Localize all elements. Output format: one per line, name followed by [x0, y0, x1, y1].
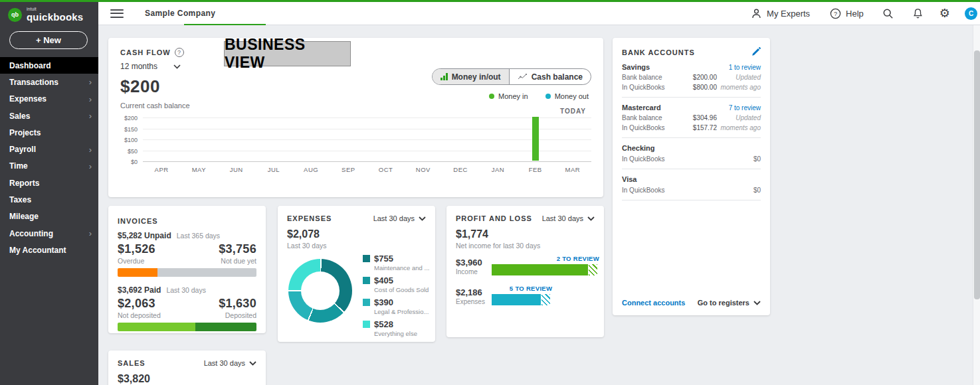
- savings-review-link[interactable]: 1 to review: [729, 64, 761, 71]
- sidebar-item-projects[interactable]: Projects: [0, 124, 98, 141]
- qb-logo-icon: qb: [8, 8, 22, 22]
- expenses-amount: $2,078: [287, 228, 426, 240]
- expenses-donut-chart[interactable]: [288, 259, 352, 323]
- invoices-card: INVOICES $5,282 Unpaid Last 365 days $1,…: [108, 206, 266, 333]
- legend-swatch: [363, 321, 370, 328]
- bank-accounts-title: BANK ACCOUNTS: [622, 48, 695, 56]
- expenses-review-link[interactable]: 5 TO REVIEW: [492, 285, 552, 292]
- line-chart-icon: [518, 73, 528, 80]
- income-bar[interactable]: [492, 264, 599, 275]
- bank-account-visa: Visa In QuickBooks$0: [622, 175, 761, 194]
- y-tick: $150: [124, 126, 138, 133]
- profit-and-loss-card: PROFIT AND LOSS Last 30 days $1,774 Net …: [446, 206, 604, 337]
- chevron-right-icon: ›: [89, 77, 92, 87]
- x-axis-labels: APRMAYJUNJULAUGSEPOCTNOVDECJANFEBMAR: [143, 166, 591, 173]
- my-experts-button[interactable]: My Experts: [751, 8, 810, 19]
- legend-swatch: [363, 299, 370, 306]
- business-view-label: BUSINESS VIEW: [224, 41, 351, 66]
- paid-invoices-bar[interactable]: [118, 323, 256, 331]
- vertical-scrollbar[interactable]: [973, 25, 980, 385]
- sidebar-item-mileage[interactable]: Mileage: [0, 208, 98, 225]
- money-in-out-tab[interactable]: Money in/out: [433, 69, 510, 84]
- expenses-period-dropdown[interactable]: Last 30 days: [373, 214, 426, 222]
- y-tick: $100: [124, 137, 138, 143]
- sidebar-nav: Dashboard Transactions› Expenses› Sales›…: [0, 57, 98, 259]
- expenses-title: EXPENSES: [287, 214, 332, 222]
- money-out-dot: [545, 94, 551, 99]
- search-icon[interactable]: [882, 8, 894, 19]
- brand-quickbooks-label: quickbooks: [27, 11, 83, 23]
- sales-period-dropdown[interactable]: Last 30 days: [204, 359, 256, 367]
- sales-amount: $3,820: [118, 373, 256, 385]
- sidebar-item-reports[interactable]: Reports: [0, 175, 98, 191]
- sales-title: SALES: [118, 359, 146, 367]
- sidebar: qb intuit quickbooks + New Dashboard Tra…: [0, 0, 98, 385]
- hamburger-menu-icon[interactable]: [110, 9, 124, 18]
- help-button[interactable]: ? Help: [830, 8, 864, 19]
- profit-loss-period-dropdown[interactable]: Last 30 days: [542, 214, 595, 222]
- unpaid-invoices-bar[interactable]: [118, 268, 256, 277]
- bank-account-savings: Savings 1 to review Bank balance$200.00U…: [622, 63, 761, 91]
- bank-accounts-card: BANK ACCOUNTS Savings 1 to review Bank b…: [613, 38, 770, 315]
- y-tick: $0: [131, 159, 138, 165]
- mastercard-review-link[interactable]: 7 to review: [729, 104, 761, 112]
- unpaid-bar-overdue: [118, 268, 157, 277]
- cash-flow-title: CASH FLOW: [120, 48, 171, 56]
- cash-flow-legend: Money in Money out: [489, 92, 589, 100]
- sidebar-item-payroll[interactable]: Payroll›: [0, 141, 98, 157]
- not-due-amount: $3,756: [219, 242, 256, 256]
- chevron-right-icon: ›: [89, 161, 92, 171]
- user-avatar[interactable]: C: [965, 7, 977, 20]
- deposited-amount: $1,630: [219, 297, 256, 311]
- cash-flow-card: CASH FLOW ? 12 months $200 Current cash …: [108, 38, 603, 197]
- svg-text:?: ?: [834, 10, 837, 17]
- go-to-registers-dropdown[interactable]: Go to registers: [698, 299, 761, 307]
- cash-balance-tab[interactable]: Cash balance: [510, 69, 591, 84]
- income-review-link[interactable]: 2 TO REVIEW: [492, 255, 599, 262]
- cash-flow-view-toggle: Money in/out Cash balance: [432, 68, 591, 85]
- chevron-right-icon: ›: [89, 94, 92, 104]
- quickbooks-dashboard: qb intuit quickbooks + New Dashboard Tra…: [0, 0, 980, 385]
- notifications-bell-icon[interactable]: [912, 8, 924, 19]
- expenses-legend: $755 Maintenance and ... $405 Cost of Go…: [363, 254, 429, 341]
- chevron-right-icon: ›: [89, 111, 92, 121]
- y-tick: $200: [124, 115, 138, 121]
- sidebar-item-expenses[interactable]: Expenses›: [0, 91, 98, 108]
- sidebar-item-sales[interactable]: Sales›: [0, 108, 98, 124]
- edit-pencil-icon[interactable]: [751, 47, 761, 57]
- expenses-bar[interactable]: [492, 294, 595, 305]
- invoices-title: INVOICES: [118, 217, 158, 225]
- sidebar-item-time[interactable]: Time›: [0, 158, 98, 175]
- sales-card: SALES Last 30 days $3,820 Last 30 days: [108, 350, 266, 385]
- cash-flow-help-icon[interactable]: ?: [175, 48, 184, 57]
- net-income-amount: $1,774: [456, 228, 595, 240]
- expenses-amount-pnl: $2,186: [456, 287, 489, 297]
- legend-swatch: [363, 277, 370, 284]
- cash-balance-label: Current cash balance: [120, 102, 591, 110]
- sidebar-item-accounting[interactable]: Accounting›: [0, 225, 98, 242]
- quickbooks-logo[interactable]: qb intuit quickbooks: [0, 0, 98, 25]
- top-header: Sample Company My Experts ? Help ⚙ C: [98, 2, 980, 25]
- connect-accounts-link[interactable]: Connect accounts: [622, 299, 685, 307]
- scrollbar-thumb[interactable]: [974, 50, 980, 299]
- person-icon: [751, 8, 762, 19]
- chevron-down-icon: [587, 216, 595, 221]
- cash-flow-chart: $200 $150 $100 $50 $0 APRMAYJUNJULAUGSEP…: [120, 117, 591, 177]
- settings-gear-icon[interactable]: ⚙: [939, 7, 950, 19]
- sidebar-item-transactions[interactable]: Transactions›: [0, 74, 98, 90]
- sidebar-item-my-accountant[interactable]: My Accountant: [0, 242, 98, 258]
- company-name: Sample Company: [145, 9, 215, 18]
- brand-intuit-label: intuit: [27, 7, 83, 11]
- chevron-right-icon: ›: [89, 228, 92, 238]
- cash-flow-plot: [143, 117, 591, 161]
- help-icon: ?: [830, 8, 841, 19]
- sidebar-item-taxes[interactable]: Taxes: [0, 191, 98, 208]
- bar-chart-icon: [441, 73, 448, 80]
- not-deposited-amount: $2,063: [118, 297, 155, 311]
- legend-swatch: [363, 255, 370, 262]
- new-button[interactable]: + New: [9, 31, 88, 49]
- sidebar-item-dashboard[interactable]: Dashboard: [0, 57, 98, 74]
- chevron-down-icon: [249, 361, 256, 366]
- chevron-right-icon: ›: [89, 145, 92, 155]
- money-in-dot: [489, 94, 494, 99]
